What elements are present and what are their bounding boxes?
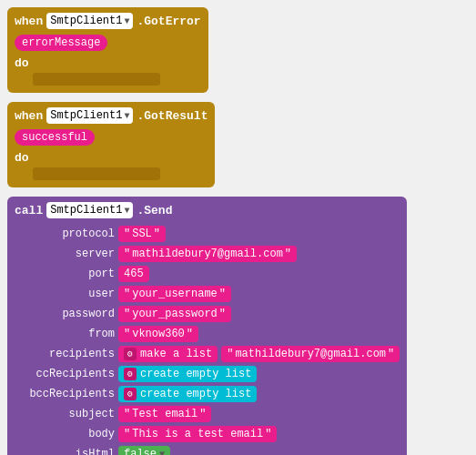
recipients-row: recipients ⚙ make a list " mathildebury7… xyxy=(15,346,400,362)
do-label-1: do xyxy=(15,56,201,70)
cc-row: ccRecipients ⚙ create empty list xyxy=(15,366,400,382)
smtp-client-dropdown-2[interactable]: SmtpClient1 ▼ xyxy=(46,107,133,124)
got-error-block: when SmtpClient1 ▼ .GotError errorMessag… xyxy=(7,7,208,93)
bcc-list-icon: ⚙ xyxy=(124,388,137,400)
body-row: body " This is a test email " xyxy=(15,426,400,442)
subject-row: subject " Test email " xyxy=(15,406,400,422)
protocol-value: " SSL " xyxy=(118,226,166,242)
dropdown-arrow-1: ▼ xyxy=(124,16,129,26)
when-keyword-1: when xyxy=(15,15,43,28)
bcc-empty-list[interactable]: ⚙ create empty list xyxy=(118,386,257,402)
protocol-row: protocol " SSL " xyxy=(15,226,400,242)
got-result-block: when SmtpClient1 ▼ .GotResult successful… xyxy=(7,102,215,187)
call-keyword: call xyxy=(15,204,43,217)
recipients-label: recipients xyxy=(15,348,115,360)
cc-label: ccRecipients xyxy=(15,368,115,380)
from-value: " vknow360 " xyxy=(118,326,198,342)
subject-label: subject xyxy=(15,408,115,420)
event-name-1: .GotError xyxy=(137,15,200,28)
protocol-label: protocol xyxy=(15,228,115,240)
password-value: " your_password " xyxy=(118,306,231,322)
from-label: from xyxy=(15,328,115,340)
do-slot-2 xyxy=(33,167,160,180)
subject-value: " Test email " xyxy=(118,406,211,422)
port-row: port 465 xyxy=(15,266,400,282)
list-icon: ⚙ xyxy=(124,348,137,360)
event-header-1: when SmtpClient1 ▼ .GotError xyxy=(15,13,201,29)
event-header-2: when SmtpClient1 ▼ .GotResult xyxy=(15,107,208,124)
call-header: call SmtpClient1 ▼ .Send xyxy=(15,202,400,218)
server-row: server " mathildebury7@gmail.com " xyxy=(15,246,400,262)
call-component-name: SmtpClient1 xyxy=(50,204,122,217)
param-area-1: errorMessage xyxy=(15,35,201,55)
dropdown-arrow-2: ▼ xyxy=(124,111,129,121)
param-area-2: successful xyxy=(15,129,208,149)
body-value: " This is a test email " xyxy=(118,426,277,442)
ishtml-arrow: ▼ xyxy=(159,450,165,456)
do-label-2: do xyxy=(15,151,208,165)
password-label: password xyxy=(15,308,115,320)
ishtml-dropdown[interactable]: false ▼ xyxy=(118,446,170,455)
smtp-client-dropdown-1[interactable]: SmtpClient1 ▼ xyxy=(46,13,133,29)
successful-pill: successful xyxy=(15,129,95,146)
server-value: " mathildebury7@gmail.com " xyxy=(118,246,297,262)
cc-empty-list[interactable]: ⚙ create empty list xyxy=(118,366,257,382)
do-slot-1 xyxy=(33,73,160,86)
from-row: from " vknow360 " xyxy=(15,326,400,342)
smtp-client-dropdown-call[interactable]: SmtpClient1 ▼ xyxy=(46,202,133,218)
component-name-2: SmtpClient1 xyxy=(50,109,122,122)
password-row: password " your_password " xyxy=(15,306,400,322)
when-keyword-2: when xyxy=(15,109,43,123)
make-list-button[interactable]: ⚙ make a list xyxy=(118,346,218,362)
call-send-block: call SmtpClient1 ▼ .Send protocol " SSL … xyxy=(7,197,407,455)
port-label: port xyxy=(15,268,115,280)
recipients-value: " mathildebury7@gmail.com " xyxy=(221,346,400,362)
event-name-2: .GotResult xyxy=(137,109,208,123)
bcc-label: bccRecipients xyxy=(15,388,115,400)
bcc-row: bccRecipients ⚙ create empty list xyxy=(15,386,400,402)
body-label: body xyxy=(15,428,115,440)
component-name-1: SmtpClient1 xyxy=(50,15,122,27)
ishtml-row: isHtml false ▼ xyxy=(15,446,400,455)
user-row: user " your_username " xyxy=(15,286,400,302)
server-label: server xyxy=(15,248,115,260)
dropdown-arrow-call: ▼ xyxy=(124,206,129,216)
port-value: 465 xyxy=(118,266,149,282)
cc-list-icon: ⚙ xyxy=(124,368,137,380)
method-name: .Send xyxy=(137,204,172,217)
error-message-pill: errorMessage xyxy=(15,35,107,51)
user-label: user xyxy=(15,288,115,300)
user-value: " your_username " xyxy=(118,286,231,302)
ishtml-label: isHtml xyxy=(15,448,115,455)
